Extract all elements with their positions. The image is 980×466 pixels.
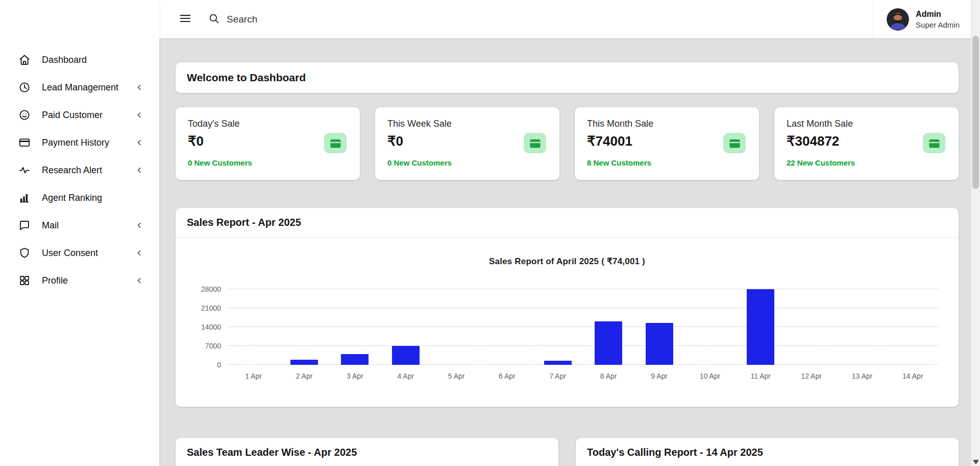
bar-7-apr [544,361,572,365]
sidebar-item-label: Payment History [42,137,109,148]
x-axis-label: 8 Apr [600,372,617,380]
home-icon [18,54,31,66]
stat-subtext: 0 New Customers [188,158,348,167]
sidebar-item-label: Lead Management [42,82,118,93]
chevron-left-icon [135,221,144,230]
sales-report-header: Sales Report - Apr 2025 [176,208,959,238]
x-axis-label: 10 Apr [700,372,720,380]
x-axis-label: 12 Apr [801,372,821,380]
sidebar-item-dashboard[interactable]: Dashboard [0,46,159,74]
bar-chart-icon [18,192,31,204]
gridline [228,364,938,365]
bar-9-apr [646,323,673,365]
sidebar-item-lead-management[interactable]: Lead Management [0,74,159,101]
search-icon [208,13,219,26]
wallet-icon [923,133,945,153]
search-input[interactable] [227,14,390,25]
sidebar-item-user-consent[interactable]: User Consent [0,239,159,267]
bar-11-apr [747,289,774,365]
x-axis-label: 7 Apr [549,372,566,380]
clock-icon [18,81,31,94]
bar-3-apr [341,354,369,365]
sidebar-item-payment-history[interactable]: Payment History [0,129,159,156]
stat-card-today-s-sale: Today's Sale ₹0 0 New Customers [176,107,360,180]
sales-report-chart: Sales Report of April 2025 ( ₹74,001 ) 0… [176,238,959,407]
stat-card-last-month-sale: Last Month Sale ₹304872 22 New Customers [774,107,959,180]
sidebar-item-label: Paid Customer [42,110,103,121]
stat-subtext: 22 New Customers [787,158,946,167]
vertical-scrollbar[interactable] [971,0,980,466]
scrollbar-thumb[interactable] [972,36,979,189]
sidebar: Dashboard Lead Management Paid Customer … [0,0,159,466]
todays-calling-report-header: Today's Calling Report - 14 Apr 2025 [576,438,959,466]
stat-title: Last Month Sale [787,119,946,129]
sidebar-item-paid-customer[interactable]: Paid Customer [0,101,159,129]
stat-title: This Month Sale [587,119,747,129]
sidebar-nav: Dashboard Lead Management Paid Customer … [0,46,159,294]
sales-team-leader-header: Sales Team Leader Wise - Apr 2025 [176,438,558,466]
gridline [228,345,938,346]
sidebar-item-research-alert[interactable]: Research Alert [0,156,159,184]
x-axis-label: 6 Apr [499,372,516,380]
user-menu[interactable]: Admin Super Admin [873,0,971,38]
x-axis-label: 5 Apr [448,372,465,380]
hamburger-icon [179,12,192,27]
chevron-left-icon [135,248,144,258]
chevron-left-icon [135,166,144,175]
scroll-down-arrow-icon[interactable] [973,460,979,464]
chevron-left-icon [135,276,144,285]
gridline [228,289,938,289]
credit-card-icon [18,136,31,149]
chevron-left-icon [135,110,144,120]
menu-toggle-button[interactable] [177,10,194,29]
gridline [228,327,938,327]
sidebar-item-label: Mail [42,220,59,231]
sales-team-leader-card: Sales Team Leader Wise - Apr 2025 [176,438,558,466]
chevron-left-icon [135,138,144,147]
chat-icon [18,219,31,231]
topbar: Admin Super Admin [159,0,971,38]
stat-subtext: 8 New Customers [587,158,747,167]
bar-chart-plot: 070001400021000280001 Apr2 Apr3 Apr4 Apr… [228,289,938,365]
x-axis-label: 9 Apr [651,372,668,380]
main-content: Welcome to Dashboard Today's Sale ₹0 0 N… [159,38,971,466]
activity-icon [18,164,31,176]
user-info: Admin Super Admin [916,10,960,29]
search-box[interactable] [208,13,390,26]
sales-report-card: Sales Report - Apr 2025 Sales Report of … [176,208,959,407]
stat-title: Today's Sale [188,119,348,129]
grid-icon [18,274,31,287]
x-axis-label: 1 Apr [245,372,262,380]
y-axis-label: 7000 [188,342,221,350]
bar-4-apr [392,346,420,365]
wallet-icon [324,133,347,153]
todays-calling-report-card: Today's Calling Report - 14 Apr 2025 [576,438,959,466]
chevron-left-icon [135,83,144,92]
x-axis-label: 14 Apr [902,372,923,380]
stat-card-this-week-sale: This Week Sale ₹0 0 New Customers [375,107,559,180]
stat-title: This Week Sale [387,119,547,129]
sidebar-item-profile[interactable]: Profile [0,267,159,294]
y-axis-label: 28000 [188,285,221,293]
bottom-cards: Sales Team Leader Wise - Apr 2025 Today'… [176,438,959,466]
x-axis-label: 2 Apr [296,372,313,380]
wallet-icon [524,133,546,153]
chart-title: Sales Report of April 2025 ( ₹74,001 ) [176,238,959,267]
stat-subtext: 0 New Customers [387,158,547,167]
sidebar-item-mail[interactable]: Mail [0,212,159,239]
sidebar-item-agent-ranking[interactable]: Agent Ranking [0,184,159,212]
welcome-card: Welcome to Dashboard [176,62,959,93]
sidebar-item-label: Agent Ranking [42,193,102,203]
stats-grid: Today's Sale ₹0 0 New Customers This Wee… [176,107,959,180]
shield-icon [18,247,31,259]
page-title: Welcome to Dashboard [187,72,947,84]
sidebar-item-label: Profile [42,275,68,286]
gridline [228,308,938,308]
bar-2-apr [290,360,318,365]
stat-card-this-month-sale: This Month Sale ₹74001 8 New Customers [575,107,759,180]
y-axis-label: 0 [188,361,221,369]
avatar [887,8,909,31]
bar-8-apr [595,321,622,365]
sidebar-item-label: Dashboard [42,55,87,65]
sidebar-item-label: User Consent [42,248,98,259]
